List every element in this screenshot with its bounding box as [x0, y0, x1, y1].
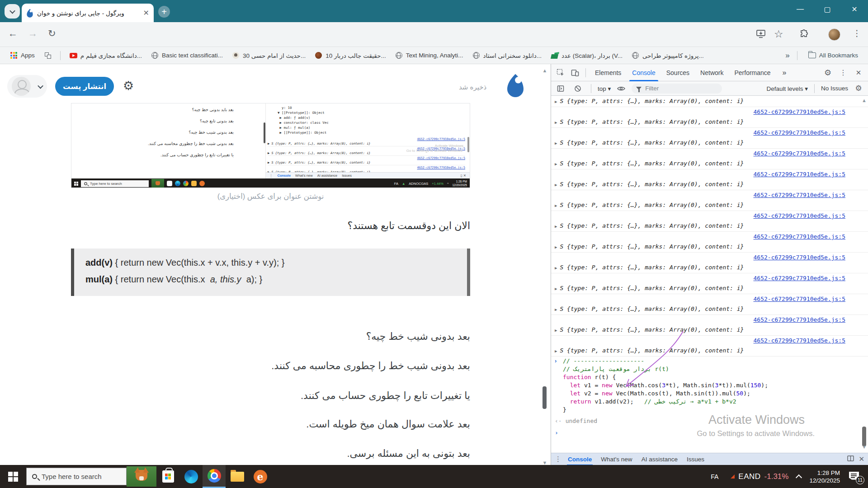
expand-triangle-icon[interactable]: ▶	[555, 183, 557, 187]
forward-button[interactable]: →	[28, 28, 38, 39]
devtools-menu-icon[interactable]: ⋮	[836, 66, 850, 79]
scrollbar-thumb[interactable]	[862, 427, 866, 446]
source-location-link[interactable]: 4652-c67299c77910ed5e.js:5	[555, 169, 864, 179]
devtools-tab-elements[interactable]: Elements	[590, 64, 627, 81]
console-log-entry[interactable]: 4652-c67299c77910ed5e.js:5▶S {type: P, a…	[551, 169, 868, 190]
back-button[interactable]: ←	[8, 28, 18, 39]
bookmark-item[interactable]: 30 حدیث از امام حسی...	[228, 50, 309, 61]
console-log-entry[interactable]: ▶S {type: P, attrs: {…}, marks: Array(0)…	[551, 96, 868, 107]
devtools-more-tabs[interactable]: »	[777, 64, 792, 81]
console-log-entry[interactable]: 4652-c67299c77910ed5e.js:5▶S {type: P, a…	[551, 128, 868, 149]
source-location-link[interactable]: 4652-c67299c77910ed5e.js:5	[555, 190, 864, 200]
window-minimize-button[interactable]: —	[789, 0, 811, 18]
devtools-settings-gear-icon[interactable]: ⚙	[821, 66, 835, 79]
drawer-tab-ai-assistance[interactable]: AI assistance	[637, 453, 682, 465]
drawer-menu-icon[interactable]: ⋮	[555, 455, 561, 463]
console-log-entry[interactable]: 4652-c67299c77910ed5e.js:5▶S {type: P, a…	[551, 336, 868, 357]
devtools-scrollbar[interactable]: ▲ ▼	[861, 98, 867, 451]
editor-scrollbar[interactable]: ▲ ▼	[541, 68, 549, 465]
expand-triangle-icon[interactable]: ▶	[555, 141, 557, 145]
browser-tab[interactable]: ویرگول - جایی برای نوشتن و خوان ✕	[22, 4, 154, 22]
source-location-link[interactable]: 4652-c67299c77910ed5e.js:5	[555, 211, 864, 221]
microsoft-store-icon[interactable]	[156, 465, 179, 488]
console-log-entry[interactable]: 4652-c67299c77910ed5e.js:5▶S {type: P, a…	[551, 190, 868, 211]
source-location-link[interactable]: 4652-c67299c77910ed5e.js:5	[555, 273, 864, 283]
edge-legacy-icon[interactable]: e	[249, 465, 272, 488]
article-paragraph[interactable]: یا تغییرات تابع را چطوری حساب می کنند.	[71, 390, 470, 402]
account-menu[interactable]	[7, 75, 47, 98]
drawer-tab-console[interactable]: Console	[563, 453, 596, 465]
scroll-up-icon[interactable]: ▲	[861, 98, 867, 103]
source-location-link[interactable]: 4652-c67299c77910ed5e.js:5	[555, 107, 864, 117]
clear-console-icon[interactable]	[571, 82, 585, 95]
devtools-tab-network[interactable]: Network	[695, 64, 729, 81]
console-log-entry[interactable]: 4652-c67299c77910ed5e.js:5▶S {type: P, a…	[551, 232, 868, 253]
article-image[interactable]: بعد باید بدونی خط چیه؟بعد بدونی تابع چیه…	[71, 103, 470, 188]
image-caption-placeholder[interactable]: نوشتن عنوان برای عکس (اختیاری)	[0, 192, 541, 201]
expand-triangle-icon[interactable]: ▶	[555, 162, 557, 166]
console-input-code[interactable]: // --------------------// بردار موقعیت پ…	[563, 357, 868, 414]
source-location-link[interactable]: 4652-c67299c77910ed5e.js:5	[555, 232, 864, 242]
expand-triangle-icon[interactable]: ▶	[555, 307, 557, 312]
drawer-tab-what-s-new[interactable]: What's new	[596, 453, 637, 465]
tab-close-icon[interactable]: ✕	[143, 9, 149, 17]
expand-triangle-icon[interactable]: ▶	[555, 203, 557, 208]
new-tab-button[interactable]: +	[158, 6, 170, 18]
source-location-link[interactable]: 4652-c67299c77910ed5e.js:5	[555, 128, 864, 138]
edge-icon[interactable]	[179, 465, 203, 488]
console-input[interactable]: › // --------------------// بردار موقعیت…	[551, 357, 868, 414]
expand-triangle-icon[interactable]: ▶	[555, 245, 557, 249]
source-location-link[interactable]: 4652-c67299c77910ed5e.js:5	[555, 294, 864, 304]
bookmark-item[interactable]: Basic text classificati...	[147, 50, 226, 61]
apps-shortcut[interactable]: Apps	[6, 50, 38, 61]
drawer-close-icon[interactable]: ✕	[859, 455, 864, 463]
log-levels-dropdown[interactable]: Default levels ▾	[766, 85, 808, 92]
scroll-up-icon[interactable]: ▲	[541, 68, 549, 73]
source-location-link[interactable]: 4652-c67299c77910ed5e.js:5	[555, 253, 864, 263]
article-paragraph[interactable]: بعد بدونی شیب خط را چطوری محاسبه می کنند…	[71, 360, 470, 372]
source-location-link[interactable]: 4652-c67299c77910ed5e.js:5	[555, 149, 864, 159]
console-log-entry[interactable]: 4652-c67299c77910ed5e.js:5▶S {type: P, a…	[551, 253, 868, 273]
expand-triangle-icon[interactable]: ▶	[555, 266, 557, 270]
bookmark-item[interactable]: عدد (Scalar)، بردار (V...	[547, 50, 626, 61]
device-toolbar-icon[interactable]	[568, 66, 582, 79]
console-settings-gear-icon[interactable]: ⚙	[852, 82, 865, 95]
drawer-tab-issues[interactable]: Issues	[682, 453, 709, 465]
taskbar-clock[interactable]: 1:28 PM12/20/2025	[809, 469, 840, 484]
taskbar-search-box[interactable]: Type here to search	[26, 468, 127, 485]
article-paragraph[interactable]: الان این دوقسمت تابع هستند؟	[71, 220, 470, 232]
bookmark-item[interactable]: پروژه کامپیوتر طراحی...	[628, 50, 708, 61]
publish-post-button[interactable]: انتشار پست	[55, 77, 114, 96]
expand-triangle-icon[interactable]: ▶	[555, 349, 557, 353]
eye-icon[interactable]	[614, 82, 628, 95]
language-indicator[interactable]: FA	[711, 473, 718, 480]
start-button[interactable]	[0, 465, 26, 488]
source-location-link[interactable]: 4652-c67299c77910ed5e.js:5	[555, 336, 864, 346]
article-code-block[interactable]: add(v) { return new Vec(this.x + v.x, th…	[71, 249, 470, 296]
reload-button[interactable]: ↻	[48, 28, 56, 39]
install-app-icon[interactable]	[756, 29, 766, 41]
tab-search-button[interactable]	[5, 4, 20, 19]
notification-center-icon[interactable]: 11	[848, 471, 862, 483]
stock-widget[interactable]: EAND -1.31%	[726, 472, 788, 481]
show-hidden-icons[interactable]	[796, 474, 802, 480]
devtools-close-icon[interactable]: ✕	[852, 66, 865, 79]
all-bookmarks-button[interactable]: All Bookmarks	[805, 50, 862, 61]
expand-triangle-icon[interactable]: ▶	[555, 286, 557, 291]
console-filter-input[interactable]: Filter	[632, 84, 722, 94]
expand-triangle-icon[interactable]: ▶	[555, 224, 557, 229]
issues-counter[interactable]: No Issues	[821, 85, 848, 92]
expand-triangle-icon[interactable]: ▶	[555, 120, 557, 125]
console-log-entry[interactable]: 4652-c67299c77910ed5e.js:5▶S {type: P, a…	[551, 211, 868, 232]
console-log-entry[interactable]: 4652-c67299c77910ed5e.js:5▶S {type: P, a…	[551, 149, 868, 169]
virgool-logo[interactable]	[505, 73, 525, 99]
bookmark-item[interactable]: دانشگاه مجازی فیلم م...	[66, 50, 146, 61]
chrome-icon[interactable]	[203, 465, 226, 488]
profile-avatar[interactable]	[828, 28, 840, 41]
console-log-entry[interactable]: 4652-c67299c77910ed5e.js:5▶S {type: P, a…	[551, 315, 868, 336]
console-log-entry[interactable]: 4652-c67299c77910ed5e.js:5▶S {type: P, a…	[551, 107, 868, 128]
split-panel-icon[interactable]	[847, 455, 854, 463]
window-maximize-button[interactable]: ▢	[816, 0, 839, 18]
browser-menu-icon[interactable]: ⋮	[853, 28, 861, 38]
article-paragraph[interactable]: بعد بدونی شیب خط چیه؟	[71, 331, 470, 343]
